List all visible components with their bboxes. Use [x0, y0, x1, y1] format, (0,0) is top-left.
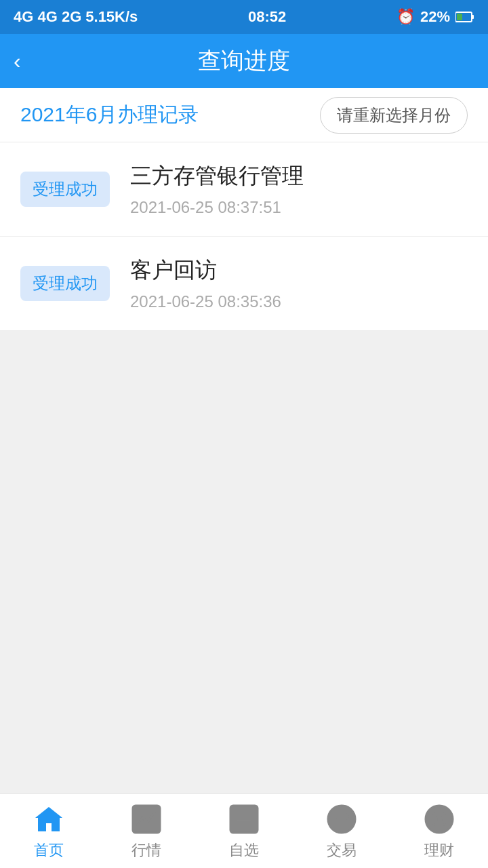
speed-text: 5.15K/s: [85, 8, 138, 26]
trade-icon: [325, 802, 359, 836]
nav-item-watchlist[interactable]: 自选: [195, 802, 293, 861]
back-button[interactable]: ‹: [14, 49, 21, 74]
nav-item-finance[interactable]: 理财: [390, 802, 488, 861]
svg-point-7: [328, 806, 355, 833]
select-month-button[interactable]: 请重新选择月份: [320, 97, 468, 134]
nav-item-market[interactable]: 行情: [98, 802, 195, 861]
bottom-nav: 首页 行情 自选 交易: [0, 793, 488, 868]
home-icon: [32, 802, 66, 836]
battery-text: 22%: [420, 8, 450, 26]
nav-label-home: 首页: [34, 840, 64, 861]
nav-label-trade: 交易: [327, 840, 357, 861]
filter-row: 2021年6月办理记录 请重新选择月份: [0, 88, 488, 142]
signal-text: 4G 4G 2G: [14, 8, 81, 26]
record-time: 2021-06-25 08:37:51: [130, 198, 468, 217]
table-row: 受理成功 三方存管银行管理 2021-06-25 08:37:51: [0, 142, 488, 237]
content-area: 受理成功 三方存管银行管理 2021-06-25 08:37:51 受理成功 客…: [0, 142, 488, 793]
battery-icon: [455, 11, 474, 23]
nav-label-market: 行情: [131, 840, 161, 861]
svg-point-10: [436, 816, 442, 822]
status-bar: 4G 4G 2G 5.15K/s 08:52 ⏰ 22%: [0, 0, 488, 34]
nav-item-home[interactable]: 首页: [0, 802, 98, 861]
status-right: ⏰ 22%: [396, 8, 474, 26]
page-title: 查询进度: [198, 45, 290, 77]
svg-rect-3: [133, 806, 160, 833]
status-left: 4G 4G 2G 5.15K/s: [14, 8, 138, 26]
status-badge: 受理成功: [20, 172, 110, 207]
record-title: 三方存管银行管理: [130, 161, 468, 191]
table-row: 受理成功 客户回访 2021-06-25 08:35:36: [0, 237, 488, 331]
watchlist-icon: [227, 802, 261, 836]
record-info: 三方存管银行管理 2021-06-25 08:37:51: [130, 161, 468, 217]
status-badge: 受理成功: [20, 266, 110, 301]
market-icon: [129, 802, 163, 836]
svg-rect-1: [472, 15, 474, 19]
record-info: 客户回访 2021-06-25 08:35:36: [130, 256, 468, 311]
header: ‹ 查询进度: [0, 34, 488, 88]
period-label: 2021年6月办理记录: [20, 101, 199, 129]
record-time: 2021-06-25 08:35:36: [130, 292, 468, 311]
nav-label-finance: 理财: [424, 840, 454, 861]
finance-icon: [422, 802, 456, 836]
record-title: 客户回访: [130, 256, 468, 285]
svg-rect-2: [457, 14, 462, 20]
time-text: 08:52: [248, 8, 286, 26]
alarm-icon: ⏰: [396, 8, 415, 26]
nav-label-watchlist: 自选: [229, 840, 259, 861]
nav-item-trade[interactable]: 交易: [293, 802, 390, 861]
